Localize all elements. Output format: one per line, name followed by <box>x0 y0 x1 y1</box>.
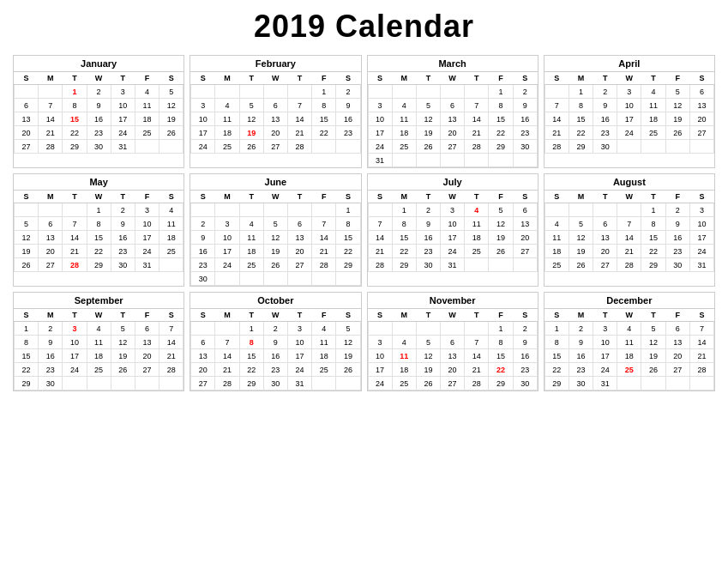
day-cell: 28 <box>159 363 184 377</box>
day-cell <box>135 140 159 154</box>
day-header: S <box>15 191 39 203</box>
day-header: M <box>215 72 239 85</box>
day-cell: 3 <box>191 99 215 112</box>
day-cell <box>135 377 159 390</box>
day-header: S <box>513 72 537 85</box>
day-cell: 29 <box>239 377 263 390</box>
day-cell <box>287 85 311 99</box>
day-cell: 18 <box>215 126 239 140</box>
day-cell: 14 <box>287 112 311 126</box>
month-block-november: NovemberSMTWTFS1234567891011121314151617… <box>367 292 538 391</box>
day-cell: 23 <box>191 258 215 272</box>
day-cell: 21 <box>544 126 569 140</box>
day-cell: 4 <box>215 99 239 112</box>
day-cell: 9 <box>513 336 537 349</box>
day-cell: 13 <box>593 231 617 245</box>
day-cell: 18 <box>239 245 263 258</box>
week-row: 3456789 <box>368 336 537 349</box>
day-cell <box>392 322 416 336</box>
day-cell <box>39 85 63 99</box>
month-title: December <box>544 293 714 309</box>
day-cell: 8 <box>569 99 593 112</box>
day-header: T <box>111 72 135 85</box>
day-cell: 13 <box>39 231 63 245</box>
day-cell: 26 <box>263 258 287 272</box>
day-cell: 19 <box>111 349 135 363</box>
day-cell: 13 <box>263 112 287 126</box>
day-cell: 4 <box>392 336 416 349</box>
day-header: M <box>39 191 63 203</box>
day-cell: 11 <box>641 99 665 112</box>
day-cell: 12 <box>263 231 287 245</box>
day-cell: 7 <box>368 217 392 231</box>
day-cell: 4 <box>87 322 111 336</box>
day-cell: 15 <box>239 349 263 363</box>
day-cell: 27 <box>287 258 311 272</box>
day-cell: 20 <box>191 363 215 377</box>
day-cell: 19 <box>569 245 593 258</box>
day-cell: 24 <box>368 140 392 154</box>
week-row: 891011121314 <box>544 336 713 349</box>
day-cell: 29 <box>544 377 569 390</box>
day-header: T <box>63 191 87 203</box>
month-table: SMTWTFS123456789101112131415161718192021… <box>14 72 184 154</box>
day-cell: 5 <box>336 322 360 336</box>
day-cell: 16 <box>336 112 360 126</box>
day-cell <box>287 272 311 286</box>
day-cell: 13 <box>191 349 215 363</box>
day-cell: 15 <box>336 231 360 245</box>
day-cell: 2 <box>513 85 537 99</box>
month-table: SMTWTFS123456789101112131415161718192021… <box>190 191 360 286</box>
day-header: T <box>287 309 311 322</box>
week-row: 78910111213 <box>368 217 537 231</box>
day-cell: 30 <box>39 377 63 390</box>
week-row: 21222324252627 <box>368 245 537 258</box>
day-header: S <box>513 309 537 322</box>
day-cell <box>239 272 263 286</box>
day-cell: 5 <box>15 217 39 231</box>
day-header: S <box>191 191 215 203</box>
day-cell: 31 <box>287 377 311 390</box>
day-cell: 31 <box>689 258 713 272</box>
day-cell: 20 <box>287 245 311 258</box>
day-cell <box>617 377 641 390</box>
week-row: 20212223242526 <box>191 363 360 377</box>
day-cell: 14 <box>689 336 713 349</box>
day-cell: 20 <box>39 245 63 258</box>
day-cell: 1 <box>489 322 513 336</box>
week-row: 17181920212223 <box>368 363 537 377</box>
day-header: F <box>135 72 159 85</box>
day-cell: 5 <box>111 322 135 336</box>
day-cell: 28 <box>689 363 713 377</box>
day-cell: 15 <box>15 349 39 363</box>
day-cell: 18 <box>641 112 665 126</box>
day-cell: 6 <box>15 99 39 112</box>
day-cell <box>465 154 489 167</box>
day-cell: 19 <box>15 245 39 258</box>
week-row: 2728293031 <box>191 377 360 390</box>
day-header: F <box>312 309 336 322</box>
day-cell: 8 <box>15 336 39 349</box>
day-cell: 12 <box>416 112 440 126</box>
day-cell: 26 <box>111 363 135 377</box>
month-title: May <box>14 174 184 191</box>
day-cell: 13 <box>15 112 39 126</box>
day-cell <box>368 322 392 336</box>
day-cell <box>215 203 239 217</box>
day-cell: 15 <box>569 112 593 126</box>
day-header: S <box>15 309 39 322</box>
week-row: 10111213141516 <box>191 112 360 126</box>
day-cell: 19 <box>416 363 440 377</box>
day-cell: 23 <box>513 363 537 377</box>
day-header: T <box>239 191 263 203</box>
month-table: SMTWTFS123456789101112131415161718192021… <box>368 309 538 390</box>
day-cell: 10 <box>287 336 311 349</box>
week-row: 1234567 <box>544 322 713 336</box>
day-cell: 19 <box>239 126 263 140</box>
day-cell: 27 <box>665 363 689 377</box>
day-cell: 8 <box>63 99 87 112</box>
week-row: 14151617181920 <box>368 231 537 245</box>
day-header: T <box>287 72 311 85</box>
day-cell: 28 <box>312 258 336 272</box>
day-cell: 30 <box>87 140 111 154</box>
